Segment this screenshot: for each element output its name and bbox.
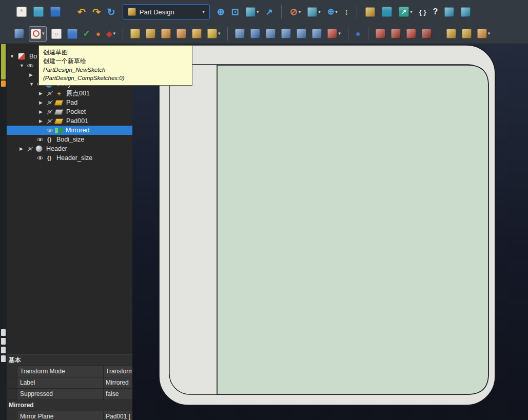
dropdown-caret-icon: ▾	[338, 31, 341, 36]
redo-button[interactable]: ↷	[91, 4, 102, 19]
map-sketch-icon	[67, 29, 77, 39]
tree-item-pad001[interactable]: ▶✎Pad001	[7, 116, 132, 126]
pad-button[interactable]	[129, 26, 141, 42]
shapebinder-icon: ●	[96, 30, 101, 37]
map-sketch-button[interactable]	[66, 26, 79, 42]
tree-expander-icon[interactable]: ▶	[29, 73, 36, 77]
tree-expander-icon[interactable]: ▶	[39, 119, 46, 124]
create-group-icon	[382, 7, 392, 17]
tree-expander-icon[interactable]: ▼	[19, 64, 27, 68]
polar-pattern-button[interactable]: ▾	[476, 26, 492, 42]
property-value[interactable]: Mirrored	[104, 377, 132, 388]
mirrored-transform-button[interactable]	[445, 26, 457, 42]
model-top-face[interactable]	[217, 65, 488, 394]
subtractive-sweep-button[interactable]	[296, 26, 307, 42]
create-body-button[interactable]	[13, 26, 25, 42]
additive-primitive-button[interactable]: ▾	[206, 26, 222, 42]
additive-helix-icon	[192, 29, 202, 38]
visibility-eye-icon	[36, 136, 44, 143]
measure-button[interactable]: ↕	[343, 4, 350, 19]
additive-sweep-button[interactable]	[175, 26, 187, 42]
view-cube-a-icon	[444, 7, 454, 17]
subtractive-helix-icon	[312, 29, 322, 38]
workbench-selector[interactable]: Part Design ▾	[123, 4, 210, 19]
zoom-tool-button[interactable]: ⊕▾	[326, 4, 339, 19]
pocket-button[interactable]	[234, 26, 246, 42]
export-share-button[interactable]: ↗▾	[398, 4, 414, 19]
tree-expander-icon[interactable]: ▼	[29, 82, 36, 87]
additive-loft-button[interactable]	[160, 26, 172, 42]
dock-marker	[1, 338, 6, 345]
additive-helix-button[interactable]	[191, 26, 203, 42]
subtractive-primitive-button[interactable]: ▾	[326, 26, 342, 42]
tooltip-description: 创建一个新草绘	[43, 57, 188, 66]
view-sync-button[interactable]: ↗	[264, 4, 273, 19]
3d-viewport[interactable]	[132, 44, 528, 420]
boolean-operation-button[interactable]: ●	[355, 26, 362, 42]
linear-pattern-button[interactable]	[461, 26, 473, 42]
view-box-button[interactable]: ▾	[306, 4, 322, 19]
property-section-header: 基本	[7, 354, 132, 366]
groove-button[interactable]	[265, 26, 277, 42]
property-value[interactable]: Pad001 [	[104, 411, 132, 420]
edit-sketch-button[interactable]: ○	[50, 26, 63, 42]
refresh-button[interactable]: ↻	[106, 4, 116, 19]
clipping-plane-button[interactable]: ⊘▾	[289, 4, 302, 19]
subtractive-loft-button[interactable]	[280, 26, 292, 42]
redo-icon: ↷	[92, 7, 101, 17]
view-isometric-button[interactable]: ▾	[245, 4, 260, 19]
thickness-button[interactable]	[421, 26, 433, 42]
draft-icon	[406, 29, 416, 38]
tree-item-pocket[interactable]: ▶✎Pocket	[7, 107, 132, 116]
tree-item-mirrored[interactable]: Mirrored	[7, 126, 132, 135]
toolbar-separator	[69, 5, 69, 18]
revolution-button[interactable]	[145, 26, 157, 42]
save-document-button[interactable]	[49, 4, 62, 19]
toolbar-main: *↶↷↻ Part Design ▾ ⊕⊡▾↗⊘▾▾⊕▾↕↗▾{ }?	[0, 0, 528, 24]
tree-item-header[interactable]: ▶✎Header	[7, 144, 132, 153]
tree-expander-icon[interactable]: ▶	[39, 91, 46, 96]
tree-expander-icon[interactable]: ▶	[39, 110, 46, 114]
open-document-button[interactable]	[32, 4, 45, 19]
undo-button[interactable]: ↶	[76, 4, 87, 19]
tree-item-bodi_size[interactable]: {}Bodi_size	[7, 135, 132, 144]
view-cube-b-button[interactable]	[460, 4, 472, 19]
zoom-selection-icon: ⊡	[231, 7, 239, 16]
zoom-selection-button[interactable]: ⊡	[230, 4, 240, 19]
dropdown-caret-icon: ▾	[113, 31, 115, 36]
draft-button[interactable]	[405, 26, 417, 42]
tree-item-pad[interactable]: ▶✎Pad	[7, 98, 132, 107]
view-cube-a-button[interactable]	[443, 4, 455, 19]
subtractive-helix-button[interactable]	[311, 26, 323, 42]
chamfer-button[interactable]	[390, 26, 402, 42]
create-sketch-button[interactable]: ▾	[29, 26, 47, 42]
clone-button[interactable]: ◆▾	[105, 26, 116, 42]
zoom-tool-icon: ⊕	[327, 8, 334, 16]
dropdown-caret-icon: ▾	[410, 10, 413, 14]
create-group-button[interactable]	[381, 4, 393, 19]
tree-item-label: Pad001	[66, 117, 88, 125]
new-document-button[interactable]: *	[15, 4, 28, 19]
property-name: Suppressed	[17, 389, 104, 399]
subtractive-primitive-icon	[327, 29, 337, 38]
hole-button[interactable]	[249, 26, 261, 42]
tree-item-header_size[interactable]: {}Header_size	[7, 153, 132, 163]
tree-item-原点001[interactable]: ▶✎+原点001	[7, 89, 132, 98]
property-row: Mirror PlanePad001 [	[7, 411, 132, 420]
toolbar-separator	[368, 27, 368, 41]
dropdown-caret-icon: ▾	[318, 10, 321, 14]
whats-this-button[interactable]: ?	[432, 4, 439, 19]
zoom-in-button[interactable]: ⊕	[216, 4, 226, 19]
tree-expander-icon[interactable]: ▼	[10, 54, 17, 59]
tree-expander-icon[interactable]: ▶	[39, 101, 46, 105]
fillet-button[interactable]	[375, 26, 386, 42]
expression-braces-button[interactable]: { }	[418, 4, 427, 19]
property-value[interactable]: false	[104, 389, 132, 399]
validate-sketch-button[interactable]: ✓	[82, 26, 91, 42]
dropdown-caret-icon: ▾	[488, 31, 491, 36]
visibility-eye-icon	[46, 127, 53, 134]
property-value[interactable]: Transform	[104, 366, 132, 377]
shapebinder-button[interactable]: ●	[95, 26, 102, 42]
tree-expander-icon[interactable]: ▶	[19, 147, 27, 151]
part-cube-button[interactable]	[364, 4, 376, 19]
